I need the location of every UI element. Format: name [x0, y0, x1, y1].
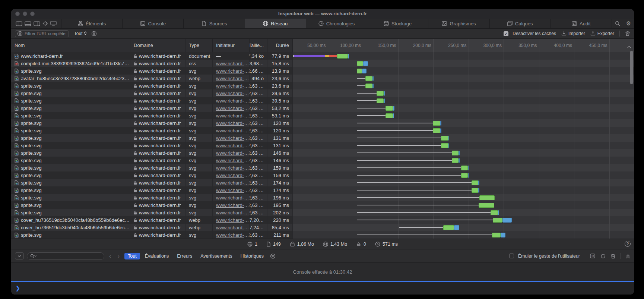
- initiator-link[interactable]: www.richard-d…: [216, 173, 249, 178]
- minimize-window-button[interactable]: [23, 12, 27, 16]
- initiator-link[interactable]: www.richard-d…: [216, 202, 249, 208]
- console-scope-evaluations[interactable]: Évaluations: [142, 253, 172, 259]
- network-row[interactable]: sprite.svgwww.richard-dern.frsvgwww.rich…: [11, 112, 634, 119]
- url-filter-input[interactable]: Filtrer l'URL complète: [15, 30, 69, 37]
- network-row[interactable]: sprite.svgwww.richard-dern.frsvgwww.rich…: [11, 104, 634, 112]
- network-row[interactable]: sprite.svgwww.richard-dern.frsvgwww.rich…: [11, 209, 634, 216]
- zoom-window-button[interactable]: [30, 12, 35, 16]
- network-row[interactable]: sprite.svgwww.richard-dern.frsvgwww.rich…: [11, 194, 634, 201]
- initiator-link[interactable]: www.richard-d…: [216, 180, 249, 186]
- reload-page-button[interactable]: [600, 254, 606, 259]
- tab-sources[interactable]: Sources: [183, 19, 244, 28]
- initiator-link[interactable]: www.richard-d…: [216, 150, 249, 156]
- initiator-link[interactable]: www.richard-d…: [216, 91, 249, 96]
- network-row[interactable]: sprite.svgwww.richard-dern.frsvgwww.rich…: [11, 231, 634, 239]
- network-row[interactable]: compiled.min.38390909f303624ed9e1cf1bd3f…: [11, 60, 634, 67]
- initiator-link[interactable]: www.richard-d…: [216, 98, 249, 104]
- network-row[interactable]: sprite.svgwww.richard-dern.frsvgwww.rich…: [11, 179, 634, 186]
- network-row[interactable]: sprite.svgwww.richard-dern.frsvgwww.rich…: [11, 89, 634, 97]
- network-row[interactable]: sprite.svgwww.richard-dern.frsvgwww.rich…: [11, 97, 634, 104]
- tab-graphismes[interactable]: Graphismes: [428, 19, 489, 28]
- console-scope-historiques[interactable]: Historiques: [237, 253, 267, 259]
- network-row[interactable]: sprite.svgwww.richard-dern.frsvgwww.rich…: [11, 67, 634, 75]
- initiator-link[interactable]: www.richard-d…: [216, 68, 249, 74]
- column-header-nom[interactable]: Nom: [11, 39, 130, 52]
- clear-network-trash-button[interactable]: [625, 31, 630, 36]
- column-header-taille[interactable]: Taille...: [250, 39, 267, 52]
- initiator-link[interactable]: www.richard-d…: [216, 128, 249, 133]
- tab-stockage[interactable]: Stockage: [367, 19, 428, 28]
- network-row[interactable]: sprite.svgwww.richard-dern.frsvgwww.rich…: [11, 186, 634, 194]
- settings-gear-button[interactable]: ⚙: [623, 19, 634, 28]
- console-scope-tout[interactable]: Tout: [124, 253, 140, 259]
- console-filter-button[interactable]: [270, 254, 276, 259]
- initiator-link[interactable]: www.richard-d…: [216, 135, 249, 141]
- initiator-link[interactable]: www.richard-d…: [216, 225, 249, 230]
- console-scope-button[interactable]: [15, 252, 24, 259]
- initiator-link[interactable]: www.richard-d…: [216, 106, 249, 111]
- import-button[interactable]: Importer: [561, 31, 585, 36]
- emulate-user-gesture-checkbox[interactable]: Émuler le geste de l'utilisateur: [509, 254, 580, 259]
- export-button[interactable]: Exporter: [590, 31, 614, 36]
- previous-result-button[interactable]: ‹: [107, 253, 113, 259]
- console-prompt[interactable]: ❯: [11, 281, 634, 295]
- vertical-scrollbar[interactable]: [630, 51, 633, 84]
- type-filter-dropdown[interactable]: Tout: [74, 31, 87, 37]
- search-button[interactable]: [612, 19, 623, 28]
- column-header-domaine[interactable]: Domaine: [130, 39, 185, 52]
- next-result-button[interactable]: ›: [116, 253, 121, 259]
- device-screen-icon[interactable]: [50, 21, 57, 26]
- initiator-link[interactable]: www.richard-d…: [216, 61, 249, 66]
- network-row[interactable]: sprite.svgwww.richard-dern.frsvgwww.rich…: [11, 201, 634, 209]
- clear-console-trash-button[interactable]: [610, 254, 616, 259]
- initiator-link[interactable]: www.richard-d…: [216, 83, 249, 89]
- network-row[interactable]: sprite.svgwww.richard-dern.frsvgwww.rich…: [11, 134, 634, 142]
- network-row[interactable]: sprite.svgwww.richard-dern.frsvgwww.rich…: [11, 127, 634, 134]
- tab-calques[interactable]: Calques: [489, 19, 551, 28]
- tab-reseau[interactable]: Réseau: [245, 19, 306, 28]
- column-header-type[interactable]: Type: [185, 39, 213, 52]
- initiator-link[interactable]: www.richard-d…: [216, 217, 249, 223]
- tab-elements[interactable]: Éléments: [61, 19, 122, 28]
- console-search-input[interactable]: [27, 252, 104, 260]
- column-header-initiateur[interactable]: Initiateur: [213, 39, 250, 52]
- disable-caches-checkbox[interactable]: ✓ Désactiver les caches: [504, 31, 556, 36]
- close-window-button[interactable]: [15, 12, 20, 16]
- initiator-link[interactable]: www.richard-d…: [216, 195, 249, 201]
- network-row[interactable]: cover_hu736519dc3b5040cfa48b6b559b6de6ec…: [11, 216, 634, 224]
- network-row[interactable]: sprite.svgwww.richard-dern.frsvgwww.rich…: [11, 119, 634, 127]
- initiator-link[interactable]: www.richard-d…: [216, 232, 249, 238]
- initiator-link[interactable]: www.richard-d…: [216, 143, 249, 148]
- dock-left-panel-icon[interactable]: [16, 21, 22, 26]
- element-picker-crosshair-icon[interactable]: [42, 21, 48, 26]
- initiator-link[interactable]: www.richard-d…: [216, 120, 249, 126]
- console-scope-avertissements[interactable]: Avertissements: [197, 253, 235, 259]
- dock-bottom-panel-icon[interactable]: [25, 21, 31, 26]
- tab-console[interactable]: Console: [122, 19, 183, 28]
- console-scope-erreurs[interactable]: Erreurs: [174, 253, 196, 259]
- initiator-link[interactable]: www.richard-d…: [216, 210, 249, 215]
- collapse-timeline-chevron-icon[interactable]: [627, 44, 631, 49]
- network-row[interactable]: sprite.svgwww.richard-dern.frsvgwww.rich…: [11, 157, 634, 164]
- filter-options-button[interactable]: [91, 31, 97, 36]
- network-row[interactable]: www.richard-dern.frwww.richard-dern.frdo…: [11, 52, 634, 60]
- help-button[interactable]: ?: [625, 241, 631, 247]
- initiator-link[interactable]: www.richard-d…: [216, 188, 249, 193]
- network-row[interactable]: sprite.svgwww.richard-dern.frsvgwww.rich…: [11, 171, 634, 179]
- network-row[interactable]: sprite.svgwww.richard-dern.frsvgwww.rich…: [11, 164, 634, 171]
- initiator-link[interactable]: www.richard-d…: [216, 113, 249, 119]
- initiator-link[interactable]: www.richard-d…: [216, 165, 249, 171]
- network-row[interactable]: sprite.svgwww.richard-dern.frsvgwww.rich…: [11, 142, 634, 149]
- tab-chronologies[interactable]: Chronologies: [306, 19, 367, 28]
- collapse-console-chevrons-icon[interactable]: [626, 254, 630, 258]
- column-header-duree[interactable]: Durée: [267, 39, 293, 52]
- javascript-context-button[interactable]: JS: [590, 254, 596, 259]
- network-row[interactable]: sprite.svgwww.richard-dern.frsvgwww.rich…: [11, 149, 634, 157]
- dock-right-panel-icon[interactable]: [34, 21, 40, 26]
- network-row[interactable]: cover_hu736519dc3b5040cfa48b6b559b6de6ec…: [11, 224, 634, 231]
- initiator-link[interactable]: www.richard-d…: [216, 76, 249, 81]
- network-row[interactable]: sprite.svgwww.richard-dern.frsvgwww.rich…: [11, 82, 634, 89]
- network-row[interactable]: avatar_hu85ecc3e298728880b0bde2dcc4e5c23…: [11, 75, 634, 82]
- tab-audit[interactable]: Audit: [551, 19, 612, 28]
- initiator-link[interactable]: www.richard-d…: [216, 158, 249, 163]
